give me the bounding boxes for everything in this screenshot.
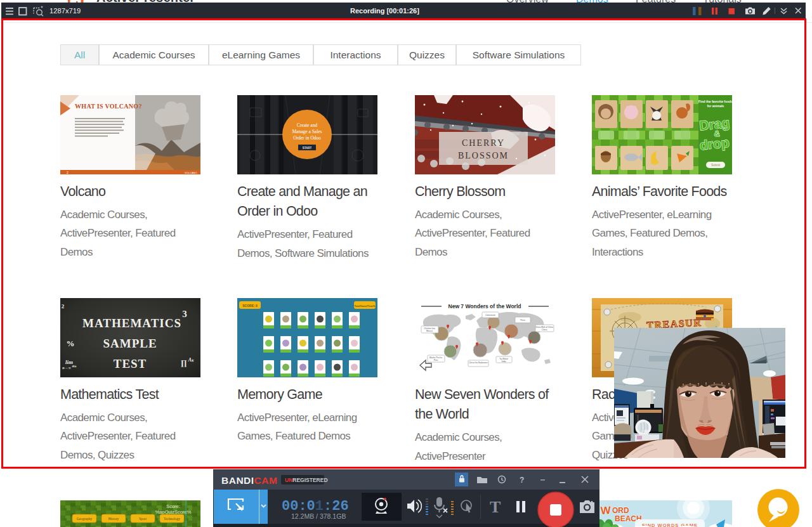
svg-text:Manage a Sales: Manage a Sales [292, 129, 322, 134]
svg-text:?: ? [520, 476, 524, 485]
svg-text:UNREGISTERED: UNREGISTERED [285, 477, 328, 483]
svg-text:2: 2 [67, 171, 69, 174]
svg-text:BLOSSOM: BLOSSOM [458, 151, 509, 160]
svg-text:History: History [108, 517, 119, 521]
svg-text:BANDICAM: BANDICAM [221, 475, 277, 486]
svg-text:TEST: TEST [114, 357, 147, 370]
svg-text:India: India [502, 360, 506, 363]
svg-text:Recording [00:01:26]: Recording [00:01:26] [350, 7, 419, 15]
svg-text:VOLCANO: VOLCANO [185, 171, 197, 174]
svg-text:Peru: Peru [434, 359, 438, 361]
svg-text:Create and: Create and [297, 122, 318, 128]
svg-text:Technology: Technology [164, 517, 180, 521]
svg-text:W: W [600, 504, 612, 517]
svg-text:T: T [490, 498, 501, 516]
svg-text:n→∞: n→∞ [62, 366, 71, 370]
svg-text:Colosseum: Colosseum [485, 314, 495, 316]
svg-text:for animals: for animals [707, 104, 724, 108]
svg-text:Petra: Petra [520, 319, 525, 322]
svg-text:Geography: Geography [77, 517, 93, 521]
svg-text:Score:: Score: [166, 504, 180, 509]
svg-text:START: START [303, 146, 312, 150]
svg-text:Christ the Redeemer: Christ the Redeemer [469, 361, 488, 364]
svg-text:1287x719: 1287x719 [49, 7, 81, 15]
svg-text:MATHEMATICS: MATHEMATICS [82, 316, 181, 330]
svg-text:Submit: Submit [711, 164, 721, 167]
svg-text:WHAT IS VOLCANO?: WHAT IS VOLCANO? [75, 103, 142, 110]
svg-text:Mexico: Mexico [426, 330, 433, 332]
svg-text:SCORE: 0: SCORE: 0 [242, 304, 258, 308]
svg-text:%: % [67, 339, 75, 348]
svg-text:3: 3 [182, 309, 187, 319]
svg-text:Order in Odoo: Order in Odoo [293, 135, 321, 141]
svg-text:SAMPLE: SAMPLE [103, 337, 157, 350]
svg-text:CHERRY: CHERRY [462, 138, 505, 148]
svg-text:Sport: Sport [139, 517, 147, 521]
svg-text:Find the favorite foods: Find the favorite foods [698, 100, 732, 103]
svg-text:∏: ∏ [181, 358, 187, 367]
svg-text:China: China [542, 329, 547, 331]
svg-text:New 7 Wonders of the World: New 7 Wonders of the World [449, 303, 521, 309]
svg-text:ORD: ORD [612, 506, 629, 515]
svg-text:12.2MB / 378.1GB: 12.2MB / 378.1GB [291, 512, 346, 520]
svg-text:Aₖ: Aₖ [188, 357, 195, 363]
svg-text:TotalGameTime%: TotalGameTime% [354, 304, 376, 308]
svg-text:2: 2 [62, 303, 65, 309]
svg-text:drop: drop [699, 135, 730, 153]
